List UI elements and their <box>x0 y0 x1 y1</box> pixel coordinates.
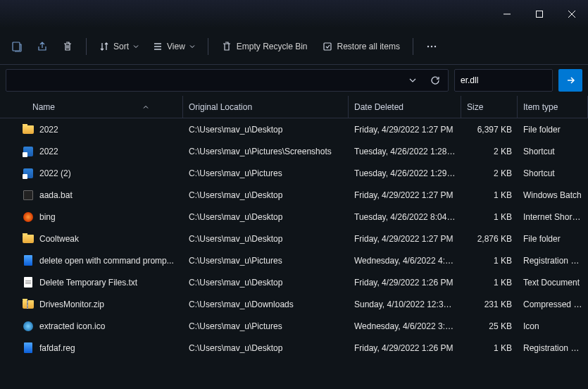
file-location: C:\Users\mav_u\Pictures <box>183 168 349 178</box>
column-header-type[interactable]: Item type <box>518 96 588 118</box>
table-row[interactable]: fafdaf.regC:\Users\mav_u\DesktopFriday, … <box>0 337 588 359</box>
minimize-button[interactable] <box>491 3 523 25</box>
file-size: 2,876 KB <box>461 234 518 244</box>
table-row[interactable]: aada.batC:\Users\mav_u\DesktopFriday, 4/… <box>0 184 588 206</box>
shortcut-icon <box>23 168 34 179</box>
view-label: View <box>167 42 185 51</box>
table-row[interactable]: Delete Temporary Files.txtC:\Users\mav_u… <box>0 271 588 293</box>
empty-label: Empty Recycle Bin <box>237 42 308 51</box>
file-date: Wednesday, 4/6/2022 4:19... <box>349 256 461 266</box>
chevron-down-icon <box>189 44 195 49</box>
view-icon <box>153 42 163 51</box>
table-row[interactable]: CooltweakC:\Users\mav_u\DesktopFriday, 4… <box>0 228 588 249</box>
file-type: Shortcut <box>518 147 588 156</box>
search-input[interactable] <box>461 75 566 85</box>
sort-icon <box>99 42 109 51</box>
file-name: fafdaf.reg <box>39 343 75 353</box>
file-size: 6,397 KB <box>461 125 518 135</box>
file-size: 1 KB <box>461 278 518 288</box>
empty-recycle-bin-button[interactable]: Empty Recycle Bin <box>215 34 313 59</box>
file-size: 231 KB <box>461 300 518 309</box>
sort-label: Sort <box>113 42 129 51</box>
separator <box>413 38 413 55</box>
file-name: 2022 <box>39 147 58 156</box>
column-header-name[interactable]: Name <box>0 96 183 118</box>
file-type: File folder <box>518 234 588 244</box>
file-name: aada.bat <box>39 190 73 200</box>
file-size: 1 KB <box>461 190 518 200</box>
cut-button[interactable] <box>6 34 28 59</box>
file-date: Friday, 4/29/2022 1:27 PM <box>349 125 461 135</box>
file-name: bing <box>39 212 56 222</box>
file-size: 2 KB <box>461 147 518 156</box>
search-box[interactable] <box>454 69 553 92</box>
column-header-location[interactable]: Original Location <box>183 96 349 118</box>
column-header-size[interactable]: Size <box>461 96 518 118</box>
folder-icon <box>23 233 34 245</box>
address-search-bar <box>0 65 588 96</box>
file-list[interactable]: 2022C:\Users\mav_u\DesktopFriday, 4/29/2… <box>0 118 588 389</box>
bat-icon <box>23 190 34 201</box>
file-type: Text Document <box>518 278 588 288</box>
maximize-button[interactable] <box>523 3 556 25</box>
more-button[interactable] <box>420 34 443 59</box>
inet-icon <box>23 211 34 223</box>
file-date: Friday, 4/29/2022 1:26 PM <box>349 278 461 288</box>
refresh-button[interactable] <box>425 70 445 90</box>
file-type: File folder <box>518 125 588 135</box>
file-name: Cooltweak <box>39 234 79 244</box>
view-button[interactable]: View <box>147 34 201 59</box>
delete-button[interactable] <box>56 34 79 59</box>
separator <box>86 38 87 55</box>
toolbar: Sort View Empty Recycle Bin Restore all … <box>0 28 588 65</box>
ico-icon <box>23 321 34 332</box>
zip-icon <box>23 299 34 310</box>
close-button[interactable] <box>556 3 588 25</box>
search-go-button[interactable] <box>558 69 582 92</box>
chevron-down-icon <box>409 77 416 84</box>
history-dropdown[interactable] <box>403 70 423 90</box>
table-row[interactable]: extracted icon.icoC:\Users\mav_u\Picture… <box>0 315 588 337</box>
share-button[interactable] <box>31 34 54 59</box>
svg-point-4 <box>431 45 432 47</box>
table-row[interactable]: 2022 (2)C:\Users\mav_u\PicturesTuesday, … <box>0 162 588 184</box>
file-name: DrivesMonitor.zip <box>39 300 104 309</box>
file-size: 2 KB <box>461 168 518 178</box>
svg-point-3 <box>427 45 429 47</box>
file-date: Tuesday, 4/26/2022 1:29 PM <box>349 168 461 178</box>
file-type: Compressed (zipped) <box>518 300 588 309</box>
file-date: Tuesday, 4/26/2022 8:04 PM <box>349 212 461 222</box>
file-size: 25 KB <box>461 321 518 331</box>
reg-icon <box>23 255 34 266</box>
svg-rect-0 <box>537 11 543 18</box>
folder-icon <box>23 124 34 135</box>
address-bar[interactable] <box>6 69 449 92</box>
restore-label: Restore all items <box>337 42 400 51</box>
table-row[interactable]: bingC:\Users\mav_u\DesktopTuesday, 4/26/… <box>0 206 588 228</box>
share-icon <box>37 41 48 52</box>
file-date: Friday, 4/29/2022 1:26 PM <box>349 343 461 353</box>
file-type: Icon <box>518 321 588 331</box>
chevron-down-icon <box>133 44 139 49</box>
table-row[interactable]: 2022C:\Users\mav_u\DesktopFriday, 4/29/2… <box>0 118 588 140</box>
reg-icon <box>23 342 34 354</box>
table-row[interactable]: delete open with command promp...C:\User… <box>0 249 588 271</box>
file-type: Registration Entry <box>518 343 588 353</box>
column-headers: Name Original Location Date Deleted Size… <box>0 96 588 118</box>
sort-button[interactable]: Sort <box>94 34 144 59</box>
table-row[interactable]: 2022C:\Users\mav_u\Pictures\ScreenshotsT… <box>0 140 588 162</box>
file-location: C:\Users\mav_u\Pictures <box>183 321 349 331</box>
file-location: C:\Users\mav_u\Desktop <box>183 234 349 244</box>
svg-rect-1 <box>13 42 20 51</box>
column-header-date[interactable]: Date Deleted <box>349 96 461 118</box>
refresh-icon <box>430 75 440 85</box>
table-row[interactable]: DrivesMonitor.zipC:\Users\mav_u\Download… <box>0 293 588 315</box>
file-type: Shortcut <box>518 168 588 178</box>
restore-all-button[interactable]: Restore all items <box>316 34 406 59</box>
cut-icon <box>11 41 23 52</box>
trash-icon <box>62 41 73 52</box>
sort-asc-icon <box>143 104 149 110</box>
restore-icon <box>322 41 333 52</box>
file-location: C:\Users\mav_u\Desktop <box>183 343 349 353</box>
file-type: Registration Entry <box>518 256 588 266</box>
